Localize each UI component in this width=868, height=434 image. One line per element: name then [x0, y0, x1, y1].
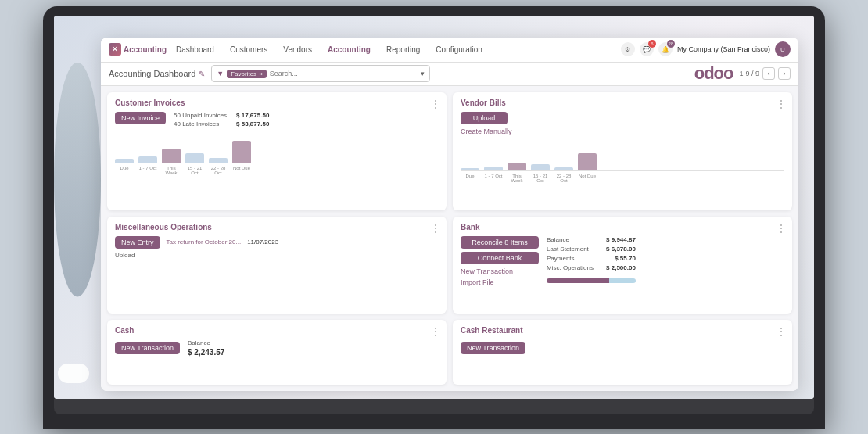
- misc-menu[interactable]: ⋮: [431, 223, 440, 234]
- vbar-15-21: [531, 164, 550, 170]
- customer-invoices-menu[interactable]: ⋮: [431, 99, 440, 109]
- bar-this-week-bar: [162, 149, 181, 163]
- vbar-22-28: [554, 167, 573, 170]
- balance-label: Balance: [547, 236, 569, 243]
- odoo-logo: odoo: [694, 63, 733, 84]
- search-dropdown-icon[interactable]: ▾: [421, 70, 425, 77]
- headphones-decoration: [58, 364, 89, 383]
- settings-icon-btn[interactable]: ⚙: [621, 42, 635, 56]
- bank-card: Bank ⋮ Reconcile 8 Items Connect Bank Ne…: [453, 217, 792, 314]
- new-entry-button[interactable]: New Entry: [115, 236, 160, 249]
- misc-ops-label: Misc. Operations: [547, 264, 594, 271]
- import-file-link[interactable]: Import File: [461, 278, 539, 286]
- bank-progress-bar: [547, 278, 636, 283]
- unpaid-label: 50 Unpaid Invoices: [174, 112, 227, 119]
- app-name: Accounting: [124, 45, 167, 54]
- vendor-bills-title: Vendor Bills: [461, 99, 784, 107]
- bar-1-7: [138, 156, 157, 163]
- balance-amount: $ 9,944.87: [606, 236, 636, 243]
- nav-menu: Dashboard Customers Vendors Accounting R…: [173, 44, 615, 56]
- upload-button[interactable]: Upload: [461, 112, 508, 124]
- bank-stats: Balance $ 9,944.87 Last Statement $ 6,37…: [547, 236, 636, 286]
- label-1-7: 1 - 7 Oct: [138, 166, 157, 175]
- label-due: Due: [115, 166, 134, 175]
- vendor-bills-card: Vendor Bills ⋮ Upload Create Manually: [453, 92, 792, 210]
- laptop-base: [54, 399, 814, 414]
- search-input[interactable]: [270, 70, 418, 77]
- chat-icon-btn[interactable]: 💬 6: [640, 42, 654, 56]
- misc-upload-link[interactable]: Upload: [115, 252, 439, 259]
- bell-icon-btn[interactable]: 🔔 28: [658, 42, 673, 56]
- app-logo: ✕ Accounting: [109, 43, 167, 56]
- tax-return-link[interactable]: Tax return for October 20...: [167, 239, 242, 246]
- payments-amount: $ 55.70: [615, 255, 636, 262]
- nav-configuration[interactable]: Configuration: [432, 44, 485, 56]
- search-bar[interactable]: ▼ Favorites × ▾: [211, 65, 430, 82]
- last-statement-row: Last Statement $ 6,378.00: [547, 246, 636, 253]
- vbar-this-week: [508, 163, 526, 170]
- nav-accounting[interactable]: Accounting: [325, 44, 374, 56]
- page-title: Accounting Dashboard: [109, 69, 195, 78]
- misc-operations-card: Miscellaneous Operations ⋮ New Entry Tax…: [107, 217, 447, 314]
- cash-balance-label: Balance: [188, 339, 224, 346]
- customer-invoices-card: Customer Invoices ⋮ New Invoice 50 Unpai…: [107, 92, 447, 210]
- new-invoice-button[interactable]: New Invoice: [115, 112, 166, 124]
- cash-restaurant-card: Cash Restaurant ⋮ New Transaction: [453, 320, 792, 384]
- create-manually-button[interactable]: Create Manually: [461, 127, 784, 135]
- bar-22-28: [209, 158, 228, 163]
- payments-row: Payments $ 55.70: [547, 255, 636, 262]
- vbar-1-7: [484, 167, 503, 170]
- cash-new-transaction-button[interactable]: New Transaction: [115, 342, 180, 354]
- tag-close-icon[interactable]: ×: [259, 70, 263, 77]
- connect-bank-button[interactable]: Connect Bank: [461, 252, 539, 264]
- bar-1-7-bar: [138, 156, 157, 163]
- label-not-due: Not Due: [232, 166, 251, 175]
- invoices-bar-chart: [115, 132, 439, 163]
- nav-customers[interactable]: Customers: [227, 44, 271, 56]
- vlabel-1-7: 1 - 7 Oct: [484, 174, 503, 183]
- vendor-chart-labels: Due 1 - 7 Oct This Week 15 - 21 Oct 22 -…: [461, 174, 784, 183]
- late-label: 40 Late Invoices: [174, 120, 219, 127]
- dashboard-grid: Customer Invoices ⋮ New Invoice 50 Unpai…: [101, 86, 798, 391]
- chart-x-labels: Due 1 - 7 Oct This Week 15 - 21 Oct 22 -…: [115, 166, 439, 175]
- misc-operations-title: Miscellaneous Operations: [115, 223, 439, 231]
- user-avatar[interactable]: U: [775, 41, 791, 57]
- bar-due-bar: [115, 159, 134, 163]
- bar-due: [115, 159, 134, 163]
- misc-content: New Entry Tax return for October 20... 1…: [115, 236, 439, 249]
- bank-content: Reconcile 8 Items Connect Bank New Trans…: [461, 236, 784, 286]
- new-transaction-link[interactable]: New Transaction: [461, 267, 539, 275]
- bank-title: Bank: [461, 223, 784, 231]
- bank-menu[interactable]: ⋮: [777, 223, 786, 234]
- label-15-21: 15 - 21 Oct: [185, 166, 204, 175]
- edit-icon[interactable]: ✎: [199, 70, 205, 78]
- last-statement-amount: $ 6,378.00: [606, 246, 636, 253]
- late-row: 40 Late Invoices $ 53,877.50: [174, 120, 269, 127]
- cash-title: Cash: [115, 326, 439, 335]
- nav-vendors[interactable]: Vendors: [280, 44, 315, 56]
- favorites-tag[interactable]: Favorites ×: [227, 70, 267, 78]
- cash-card: Cash ⋮ New Transaction Balance $ 2,243.5…: [107, 320, 447, 384]
- cash-restaurant-menu[interactable]: ⋮: [777, 326, 786, 337]
- person-silhouette: [54, 63, 101, 297]
- reconcile-button[interactable]: Reconcile 8 Items: [461, 236, 539, 249]
- cash-balance-section: Balance $ 2,243.57: [188, 339, 224, 357]
- prev-page-btn[interactable]: ‹: [762, 67, 775, 80]
- bar-15-21-bar: [185, 153, 204, 163]
- balance-row: Balance $ 9,944.87: [547, 236, 636, 243]
- cash-restaurant-new-transaction-button[interactable]: New Transaction: [461, 342, 525, 354]
- nav-dashboard[interactable]: Dashboard: [173, 44, 217, 56]
- vlabel-22-28: 22 - 28 Oct: [554, 174, 573, 183]
- unpaid-amount: $ 17,675.50: [236, 112, 269, 119]
- invoice-stats: 50 Unpaid Invoices $ 17,675.50 40 Late I…: [174, 112, 269, 127]
- next-page-btn[interactable]: ›: [778, 67, 791, 80]
- vendor-bills-menu[interactable]: ⋮: [777, 99, 786, 109]
- bar-this-week: [162, 149, 181, 163]
- misc-date: 11/07/2023: [247, 239, 278, 246]
- bar-22-28-bar: [209, 158, 228, 163]
- cash-menu[interactable]: ⋮: [431, 326, 440, 337]
- customer-invoices-title: Customer Invoices: [115, 99, 439, 107]
- late-amount: $ 53,877.50: [236, 120, 269, 127]
- nav-reporting[interactable]: Reporting: [383, 44, 423, 56]
- cash-restaurant-title: Cash Restaurant: [461, 326, 784, 335]
